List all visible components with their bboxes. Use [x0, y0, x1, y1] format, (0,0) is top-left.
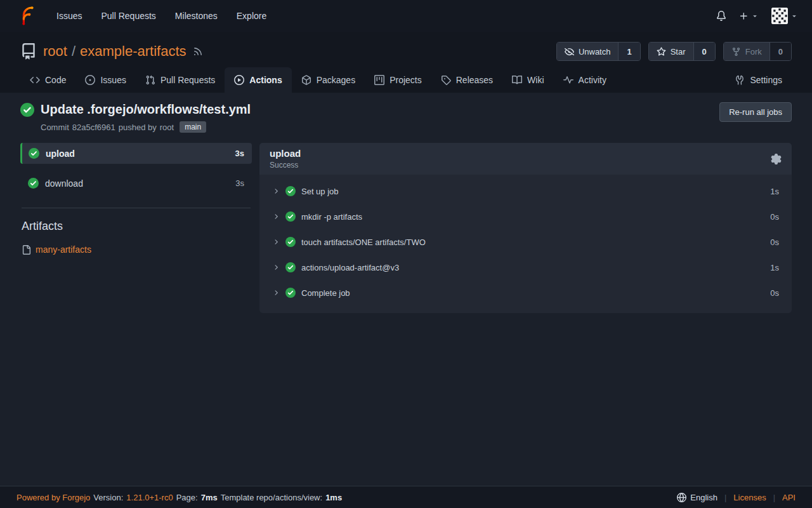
tab-pull-requests[interactable]: Pull Requests: [136, 67, 225, 93]
footer-divider: |: [773, 493, 775, 502]
chevron-down-icon: [790, 12, 798, 20]
tab-activity[interactable]: Activity: [554, 67, 616, 93]
check-circle-icon: [285, 262, 296, 272]
star-icon: [657, 47, 666, 57]
eye-slash-icon: [565, 47, 574, 57]
template-render-time: 1ms: [325, 493, 342, 502]
tab-settings[interactable]: Settings: [725, 67, 792, 93]
check-circle-icon: [285, 237, 296, 247]
steps-list: Set up job 1s mkdir -p artifacts 0s touc…: [259, 175, 792, 313]
tab-actions[interactable]: Actions: [225, 67, 291, 93]
check-circle-icon: [28, 178, 39, 189]
powered-by-link[interactable]: Powered by Forgejo: [16, 493, 90, 502]
artifacts-heading: Artifacts: [22, 220, 251, 233]
fork-icon: [731, 47, 741, 57]
chevron-right-icon: [272, 213, 280, 220]
jobs-sidebar: upload 3s download 3s Artifacts many-art…: [20, 143, 252, 256]
fork-button[interactable]: Fork 0: [723, 42, 792, 61]
artifact-item: many-artifacts: [20, 243, 252, 256]
job-duration: 3s: [235, 178, 244, 188]
tab-wiki[interactable]: Wiki: [502, 67, 553, 93]
commit-author[interactable]: root: [160, 123, 174, 132]
run-title: Update .forgejo/workflows/test.yml: [20, 102, 251, 117]
tools-icon: [735, 75, 745, 85]
unwatch-button[interactable]: Unwatch 1: [556, 42, 641, 61]
nav-explore[interactable]: Explore: [227, 6, 276, 26]
branch-badge[interactable]: main: [180, 121, 206, 133]
api-link[interactable]: API: [782, 493, 796, 502]
commit-sha[interactable]: 82a5cf6961: [72, 123, 115, 132]
issue-opened-icon: [85, 75, 95, 85]
step-row-touch-artifacts[interactable]: touch artifacts/ONE artifacts/TWO 0s: [259, 229, 792, 255]
tab-packages[interactable]: Packages: [292, 67, 365, 93]
step-duration: 0s: [770, 212, 779, 222]
licenses-link[interactable]: Licenses: [733, 493, 766, 502]
artifact-link-many-artifacts[interactable]: many-artifacts: [36, 244, 91, 255]
star-count[interactable]: 0: [693, 43, 715, 60]
step-duration: 0s: [770, 288, 779, 298]
path-separator: /: [72, 43, 75, 60]
watch-count[interactable]: 1: [618, 43, 639, 60]
gear-icon[interactable]: [771, 154, 782, 164]
sidebar-divider: [22, 208, 251, 208]
star-button[interactable]: Star 0: [648, 42, 716, 61]
repo-owner-link[interactable]: root: [43, 43, 67, 60]
top-navbar: Issues Pull Requests Milestones Explore: [0, 0, 812, 32]
nav-milestones[interactable]: Milestones: [166, 6, 227, 26]
file-icon: [22, 245, 31, 255]
create-new-menu[interactable]: [739, 11, 759, 21]
book-open-icon: [512, 75, 522, 85]
tab-projects[interactable]: Projects: [365, 67, 431, 93]
nav-pull-requests[interactable]: Pull Requests: [91, 6, 165, 26]
play-circle-icon: [234, 75, 244, 85]
footer-divider: |: [724, 493, 726, 502]
version-link[interactable]: 1.21.0+1-rc0: [126, 493, 173, 502]
job-status-badge: Success: [270, 161, 301, 170]
step-row-upload-artifact[interactable]: actions/upload-artifact@v3 1s: [259, 255, 792, 280]
run-commit-info: Commit 82a5cf6961 pushed by root main: [41, 121, 251, 133]
bell-icon[interactable]: [716, 11, 726, 21]
tag-icon: [441, 75, 451, 85]
package-icon: [301, 75, 311, 85]
check-circle-icon: [20, 103, 34, 117]
chevron-right-icon: [272, 238, 280, 246]
job-item-upload[interactable]: upload 3s: [20, 143, 252, 164]
job-panel-header: upload Success: [259, 143, 792, 175]
page-render-time: 7ms: [201, 493, 218, 502]
plus-icon: [739, 11, 749, 21]
tab-issues[interactable]: Issues: [75, 67, 135, 93]
actions-run-view: Update .forgejo/workflows/test.yml Commi…: [0, 93, 812, 486]
nav-issues[interactable]: Issues: [47, 6, 91, 26]
page-footer: Powered by Forgejo Version: 1.21.0+1-rc0…: [0, 486, 812, 508]
chevron-right-icon: [272, 187, 280, 195]
chevron-right-icon: [272, 289, 280, 297]
language-selector[interactable]: English: [677, 493, 717, 502]
repo-breadcrumb: root / example-artifacts: [43, 43, 187, 60]
tab-releases[interactable]: Releases: [431, 67, 502, 93]
job-log-panel: upload Success Set up job 1s mkdir -p ar…: [259, 143, 792, 313]
project-board-icon: [374, 75, 384, 85]
step-row-mkdir[interactable]: mkdir -p artifacts 0s: [259, 204, 792, 229]
step-duration: 0s: [770, 237, 779, 247]
panel-job-name: upload: [270, 148, 301, 159]
rerun-all-jobs-button[interactable]: Re-run all jobs: [719, 102, 792, 122]
repo-name-link[interactable]: example-artifacts: [80, 43, 187, 60]
code-icon: [30, 75, 40, 85]
repo-book-icon: [20, 43, 37, 60]
step-row-set-up-job[interactable]: Set up job 1s: [259, 178, 792, 204]
chevron-right-icon: [272, 264, 280, 271]
globe-icon: [677, 493, 686, 502]
repo-header: root / example-artifacts Unwatch 1 Star …: [0, 32, 812, 93]
job-item-download[interactable]: download 3s: [20, 173, 252, 194]
pulse-icon: [563, 75, 573, 85]
rss-icon[interactable]: [193, 46, 203, 57]
step-duration: 1s: [770, 187, 779, 196]
check-circle-icon: [285, 186, 296, 196]
user-menu[interactable]: [771, 8, 798, 24]
forgejo-logo-icon[interactable]: [18, 6, 37, 25]
tab-code[interactable]: Code: [20, 67, 75, 93]
avatar: [771, 8, 788, 24]
fork-count[interactable]: 0: [769, 43, 791, 60]
step-row-complete-job[interactable]: Complete job 0s: [259, 280, 792, 305]
check-circle-icon: [285, 211, 296, 222]
